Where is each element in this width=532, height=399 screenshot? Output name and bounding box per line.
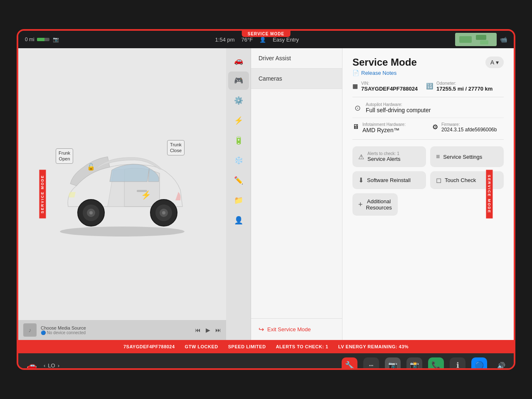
release-notes-link[interactable]: 📄 Release Notes <box>352 70 417 76</box>
next-temp-icon: › <box>58 362 59 369</box>
profile-label: Easy Entry <box>273 37 299 43</box>
media-text: Choose Media Source 🔵 No device connecte… <box>41 325 191 335</box>
taskbar-app-more[interactable]: ••• <box>363 357 379 370</box>
taskbar-app-service[interactable]: 🔧 <box>342 357 357 370</box>
status-center: 1:54 pm 76°F 👤 Easy Entry <box>215 37 299 43</box>
volume-icon[interactable]: 🔊 <box>497 362 505 369</box>
main-content: SERVICE MODE Frunk Open Trunk Close 🔓 ⚡ <box>18 48 514 340</box>
nav-profile[interactable]: 👤 <box>228 211 249 229</box>
qr-icon: ▦ <box>352 83 358 89</box>
service-mode-banner: SERVICE MODE <box>242 31 291 37</box>
taskbar-car-icon[interactable]: 🚗 <box>27 360 37 370</box>
person-icon: 👤 <box>259 37 266 43</box>
alert-bar: 7SAYGDEF4PF788024 GTW LOCKED SPEED LIMIT… <box>18 340 514 353</box>
service-mode-right-label: SERVICE MODE <box>486 170 493 219</box>
vin-value: 7SAYGDEF4PF788024 <box>361 86 418 92</box>
nav-climate[interactable]: ❄️ <box>228 151 249 170</box>
vin-section: ▦ VIN: 7SAYGDEF4PF788024 <box>352 81 418 92</box>
service-alerts-sublabel: Alerts to check: 1 <box>367 151 400 156</box>
charge-bar <box>37 38 49 41</box>
time-display: 1:54 pm <box>215 37 235 43</box>
nav-cameras[interactable]: 🎮 <box>228 71 249 90</box>
odometer-value: 17255.5 mi / 27770 km <box>436 86 493 92</box>
svg-point-8 <box>89 211 93 214</box>
cameras-item[interactable]: Cameras <box>251 69 342 89</box>
prev-temp-icon: ‹ <box>44 362 45 369</box>
language-button[interactable]: A ▾ <box>485 57 504 68</box>
exit-service-mode-button[interactable]: ↪ Exit Service Mode <box>251 318 342 340</box>
media-device-label: 🔵 No device connected <box>41 330 191 335</box>
taskbar-climate[interactable]: ‹ LO › <box>44 362 59 369</box>
trunk-label: Trunk Close <box>167 140 185 155</box>
lightning-icon: ⚡ <box>141 190 151 200</box>
play-pause-button[interactable]: ▶ <box>206 327 210 333</box>
hardware-row: 🖥 Infotainment Hardware: AMD Ryzen™ ⚙ Fi… <box>352 122 504 140</box>
nav-files[interactable]: 📁 <box>228 191 249 209</box>
nav-power[interactable]: ⚡ <box>228 111 249 130</box>
infotainment-value: AMD Ryzen™ <box>362 127 406 133</box>
firmware-value: 2024.3.15 afde5696006b <box>441 127 497 133</box>
next-track-button[interactable]: ⏭ <box>215 327 221 333</box>
action-buttons: ⚠ Alerts to check: 1 Service Alerts ≡ Se… <box>352 146 504 189</box>
nav-settings[interactable]: ⚙️ <box>228 91 249 110</box>
svg-point-12 <box>162 211 165 214</box>
touch-check-button[interactable]: ◻ Touch Check <box>430 171 504 189</box>
odometer-bar: 0 mi <box>25 37 49 42</box>
chevron-down-icon: ▾ <box>496 59 499 66</box>
software-reinstall-label: Software Reinstall <box>367 177 411 183</box>
screen-wrapper: SERVICE MODE 0 mi 📷 1:54 pm 76°F 👤 Easy … <box>17 29 515 370</box>
nav-driver-assist[interactable]: 🚗 <box>228 52 249 70</box>
status-bar: SERVICE MODE 0 mi 📷 1:54 pm 76°F 👤 Easy … <box>18 31 514 48</box>
side-nav: 🚗 🎮 ⚙️ ⚡ 🔋 ❄️ ✏️ 📁 👤 <box>226 48 251 340</box>
svg-point-4 <box>60 227 185 236</box>
document-icon: 📄 <box>352 70 359 76</box>
map-thumbnail[interactable] <box>455 33 497 46</box>
additional-resources-label: Additional Resources <box>366 198 392 211</box>
plus-icon: + <box>358 200 363 209</box>
nav-battery[interactable]: 🔋 <box>228 131 249 150</box>
center-panel: Driver Assist Cameras ↪ Exit Service Mod… <box>251 48 342 340</box>
software-reinstall-button[interactable]: ⬇ Software Reinstall <box>352 171 426 189</box>
camera-status-icon: 📹 <box>500 36 507 43</box>
driver-assist-item[interactable]: Driver Assist <box>251 48 342 69</box>
camera-icon: 📷 <box>53 37 59 42</box>
frunk-label: Frunk Open <box>56 148 73 164</box>
status-right: 📹 <box>455 33 507 46</box>
bluetooth-icon: 🔵 <box>41 330 46 335</box>
taskbar-app-phone[interactable]: 📞 <box>428 357 444 370</box>
exit-icon: ↪ <box>259 325 264 333</box>
taskbar-app-camera1[interactable]: 📷 <box>385 357 401 370</box>
temp-value: LO <box>48 362 55 369</box>
temperature-display: 76°F <box>241 37 253 43</box>
prev-track-button[interactable]: ⏮ <box>195 327 201 333</box>
alert-speed: SPEED LIMITED <box>228 344 266 349</box>
alert-alerts: ALERTS TO CHECK: 1 <box>276 344 328 349</box>
download-icon: ⬇ <box>358 176 364 184</box>
alert-icon: ⚠ <box>358 153 364 161</box>
media-bar: ♪ Choose Media Source 🔵 No device connec… <box>18 320 226 340</box>
infotainment-icon: 🖥 <box>352 123 359 131</box>
taskbar-app-bluetooth[interactable]: 🔵 <box>471 357 487 370</box>
autopilot-value: Full self-driving computer <box>366 107 504 113</box>
additional-resources-button[interactable]: + Additional Resources <box>352 193 398 216</box>
service-settings-button[interactable]: ≡ Service Settings <box>430 146 504 167</box>
charge-fill <box>37 38 44 41</box>
taskbar-app-camera2[interactable]: 📸 <box>406 357 422 370</box>
service-alerts-button[interactable]: ⚠ Alerts to check: 1 Service Alerts <box>352 146 426 167</box>
settings-icon: ≡ <box>436 153 440 160</box>
infotainment-section: 🖥 Infotainment Hardware: AMD Ryzen™ <box>352 122 424 133</box>
car-panel: SERVICE MODE Frunk Open Trunk Close 🔓 ⚡ <box>18 48 226 340</box>
media-controls[interactable]: ⏮ ▶ ⏭ <box>195 327 221 333</box>
nav-edit[interactable]: ✏️ <box>228 171 249 190</box>
vin-label: VIN: <box>361 81 418 86</box>
autopilot-row: ⊙ Autopilot Hardware: Full self-driving … <box>352 102 504 118</box>
service-title-area: Service Mode 📄 Release Notes <box>352 57 417 76</box>
car-image-area: Frunk Open Trunk Close 🔓 ⚡ <box>18 48 226 340</box>
alert-energy: LV ENERGY REMAINING: 43% <box>338 344 409 349</box>
odometer-value: 0 mi <box>25 37 34 42</box>
firmware-section: ⚙ Firmware: 2024.3.15 afde5696006b <box>432 122 504 133</box>
media-source-label: Choose Media Source <box>41 325 191 330</box>
autopilot-label: Autopilot Hardware: <box>366 102 504 107</box>
taskbar-app-info[interactable]: ℹ <box>450 357 466 370</box>
service-mode-left-label: SERVICE MODE <box>39 170 46 219</box>
